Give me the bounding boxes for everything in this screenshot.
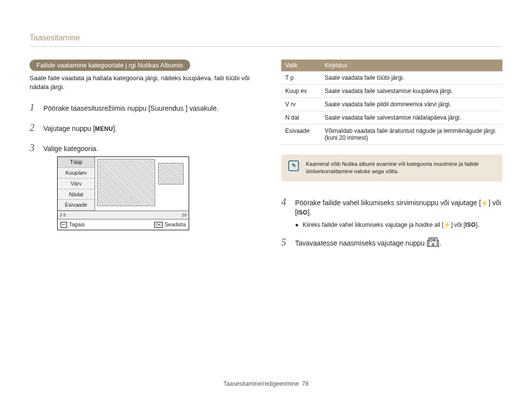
table-row: Esivaade Võimaldab vaadata faile äratunt…: [281, 124, 502, 145]
step-4-pre: Pöörake failide vahel liikumiseks sirvim…: [295, 199, 481, 207]
mock-menu-item: Värv: [58, 179, 95, 189]
mock-ok-key-icon: OK: [154, 222, 163, 228]
mock-menu-item: Kuupäev: [58, 168, 95, 179]
note-icon: ✎: [288, 160, 299, 171]
footer-text: Taasesitamine/redigeerimine: [224, 380, 299, 387]
step-3-text: Valige kategooria.: [43, 145, 98, 153]
step-4-bullet-mid: ] või [: [451, 221, 466, 228]
step-5: Tavavaatesse naasmiseks vajutage nuppu […: [281, 236, 502, 249]
section-pill: Failide vaatamine kategooriate j rgi Nut…: [30, 60, 190, 71]
mock-bar-right: 29: [182, 212, 187, 218]
step-1: Pöörake taasesitusrežiimis nuppu [Suuren…: [30, 101, 251, 114]
mock-back-key-icon: ↩: [61, 222, 67, 228]
mock-menu-item: Tüüp: [58, 157, 95, 168]
options-head-desc: Kirjeldus: [321, 60, 502, 71]
iso-icon: ISO: [465, 221, 476, 229]
table-row: Kuup ev Saate vaadata faile salvestamise…: [281, 85, 502, 98]
step-5-post: ].: [437, 239, 441, 247]
footer-page: 78: [302, 380, 308, 387]
table-row: N dal Saate vaadata faile salvestamise n…: [281, 111, 502, 124]
page-footer: Taasesitamine/redigeerimine 78: [0, 380, 532, 387]
step-4-bullet-pre: Kiireks failide vahel liikumiseks vajuta…: [302, 221, 443, 228]
camera-mockup: Tüüp Kuupäev Värv Nädal Esivaade: [57, 156, 189, 230]
options-table: Valik Kirjeldus T p Saate vaadata faile …: [281, 60, 502, 145]
step-2-post: ].: [113, 124, 117, 132]
mock-thumb-small: [158, 163, 184, 185]
mock-menu-item: Esivaade: [58, 200, 95, 211]
step-1-text: Pöörake taasesitusrežiimis nuppu [Suuren…: [43, 104, 251, 113]
mock-thumbnails: [95, 157, 189, 211]
mock-category-menu: Tüüp Kuupäev Värv Nädal Esivaade: [58, 157, 95, 211]
ok-icon: [429, 238, 437, 247]
mock-menu-item: Nädal: [58, 189, 95, 200]
mock-info-bar: 3 8 29: [58, 211, 189, 219]
opt-desc: Võimaldab vaadata faile äratuntud nägude…: [321, 124, 502, 145]
opt-key: V rv: [281, 98, 321, 111]
table-row: T p Saate vaadata faile tüübi järgi.: [281, 71, 502, 85]
page-title: Taasesitamine: [30, 33, 502, 47]
note-text: Kaameral võib Nutika albumi avamine või …: [306, 160, 496, 176]
step-3: Valige kategooria. Tüüp Kuupäev Värv Näd…: [30, 141, 251, 230]
opt-desc: Saate vaadata faile salvestamise nädalap…: [321, 111, 502, 124]
mock-back-label: Tagasi: [69, 221, 85, 228]
mock-bar-left: 3 8: [60, 212, 66, 218]
flash-icon: ⚡: [481, 199, 488, 207]
opt-key: Kuup ev: [281, 85, 321, 98]
opt-desc: Saate vaadata faile pildil domineeriva v…: [321, 98, 502, 111]
step-4: Pöörake failide vahel liikumiseks sirvim…: [281, 195, 502, 229]
menu-icon: MENU: [95, 125, 113, 133]
intro-text: Saate faile vaadata ja hallata kategoori…: [30, 74, 251, 91]
opt-desc: Saate vaadata faile tüübi järgi.: [321, 71, 502, 85]
opt-key: N dal: [281, 111, 321, 124]
step-4-bullet-post: ].: [476, 221, 479, 228]
mock-thumb-large: [97, 159, 155, 206]
step-2-pre: Vajutage nuppu [: [43, 124, 95, 132]
opt-key: T p: [281, 71, 321, 85]
note-box: ✎ Kaameral võib Nutika albumi avamine võ…: [281, 154, 502, 182]
table-row: V rv Saate vaadata faile pildil domineer…: [281, 98, 502, 111]
options-head-key: Valik: [281, 60, 321, 71]
iso-icon: ISO: [297, 209, 308, 216]
step-4-bullet: ● Kiireks failide vahel liikumiseks vaju…: [295, 221, 502, 229]
flash-icon: ⚡: [443, 221, 451, 229]
opt-desc: Saate vaadata faile salvestamise kuupäev…: [321, 85, 502, 98]
mock-set-label: Seadista: [165, 221, 186, 228]
step-4-post: ].: [307, 208, 311, 216]
opt-key: Esivaade: [281, 124, 321, 145]
step-2: Vajutage nuppu [MENU].: [30, 121, 251, 134]
step-5-pre: Tavavaatesse naasmiseks vajutage nuppu [: [295, 239, 429, 247]
